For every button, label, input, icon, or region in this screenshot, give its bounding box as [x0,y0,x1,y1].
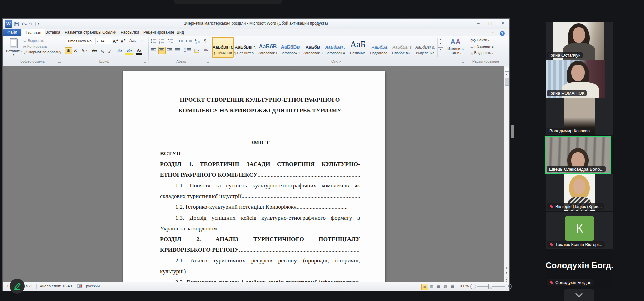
tab-review[interactable]: Рецензирование [141,29,176,36]
increase-indent-button[interactable] [186,38,193,44]
grow-font-button[interactable]: А▲ [113,38,118,44]
sort-button[interactable]: АЯ [195,38,201,44]
participant-tile-ostapchuk[interactable]: Ірина Остапчук [546,22,613,60]
proofing-icon[interactable] [77,284,82,289]
italic-button[interactable]: К [72,47,79,53]
bold-button[interactable]: Ж [65,47,72,54]
doc-line: складових туристичної індустрії.........… [160,191,360,201]
highlight-button[interactable]: ab▾ [125,47,133,55]
style-title[interactable]: АаБНазвание [347,37,369,58]
font-size-combo[interactable]: 14▾ [99,38,112,44]
zoom-out-button[interactable]: − [470,284,476,289]
line-spacing-button[interactable] [184,48,191,54]
align-center-button[interactable] [158,47,166,54]
word-count[interactable]: Число слов: 16 491 [40,284,74,288]
copy-button[interactable]: ⧉Копировать [23,44,47,49]
tab-file[interactable]: Файл [3,29,21,36]
multilevel-list-button[interactable] [168,38,174,44]
tab-home[interactable]: Главная [22,29,45,36]
style-emphasis[interactable]: АаБбВвГг,Выделение [414,37,436,58]
style-no-spacing[interactable]: АаБбВвГг,¶ Без интер... [234,37,256,58]
help-icon[interactable]: ? [500,31,505,36]
tab-view[interactable]: Вид [175,29,186,36]
browse-object-button[interactable]: ○ [504,276,509,278]
borders-button[interactable]: ⊞▾ [204,48,208,52]
ruler-toggle-icon[interactable] [505,68,509,72]
style-subtitle[interactable]: АаБбВв.Подзаголо... [369,37,391,58]
restore-button[interactable]: ▢ [488,21,492,26]
outline-view-button[interactable]: ▧ [442,284,449,289]
shrink-font-button[interactable]: А▼ [121,38,126,43]
change-case-button[interactable]: Аа▾ [129,38,136,43]
bullets-button[interactable] [150,38,157,44]
tab-page-layout[interactable]: Разметка страницы [63,29,103,36]
tab-insert[interactable]: Вставка [43,29,62,36]
clear-formatting-icon[interactable]: ⍻ [140,38,143,44]
styles-dialog-launcher[interactable] [462,60,464,63]
format-painter-button[interactable]: 🖌Формат по образцу [23,50,61,55]
participant-tile-kazakov[interactable]: Володимир Казаков [546,98,613,135]
styles-scroll-up[interactable]: ▲ [438,38,443,40]
find-button[interactable]: ⚲⚲Найти ▾ [470,38,490,43]
style-subtle-emphasis[interactable]: АаБбВвГг,Слабое вы... [392,37,414,58]
styles-gallery-expand[interactable]: ▼ [438,47,443,51]
participant-tile-romaniuk[interactable]: Ірина РОМАНЮК [546,60,613,98]
participant-tile-shvets[interactable]: Швець Олександра Воло... [545,136,611,174]
style-heading1[interactable]: АаБбВЗаголовок 1 [257,37,279,58]
pilcrow-button[interactable]: ¶ [204,38,206,43]
style-heading4[interactable]: АаБбВвГ.Заголовок 4 [324,37,346,58]
subscript-button[interactable]: x2 [99,47,106,53]
fullscreen-view-button[interactable]: ▥ [428,284,435,289]
tab-mailings[interactable]: Рассылки [119,29,141,36]
decrease-indent-button[interactable] [178,38,184,44]
font-color-button[interactable]: А▾ [136,47,142,55]
participant-tile-solodukhin[interactable]: Солодухін Богд... Солодухін Богдан [546,249,613,287]
style-heading2[interactable]: АаБбВвЗаголовок 2 [279,37,301,58]
participant-tile-tokaiuk[interactable]: К Токаюк Ксенія Вікторі... [546,212,613,249]
draft-view-button[interactable]: ▩ [449,284,456,289]
paste-button[interactable]: Вставить ▾ [6,38,21,59]
styles-scroll-down[interactable]: ▼ [438,42,443,45]
share-scrollbar-thumb[interactable] [511,125,514,138]
strikethrough-button[interactable]: abc [90,47,99,53]
align-left-button[interactable] [150,48,157,54]
close-button[interactable]: ✕ [501,21,505,26]
replace-button[interactable]: a⇄bЗаменить [470,44,494,49]
change-styles-button[interactable]: АА Изменить стили ▾ [446,38,465,55]
scroll-up-arrow[interactable]: ▲ [504,73,509,76]
shading-button[interactable]: ◫▾ [194,48,199,53]
clipboard-dialog-launcher[interactable] [58,60,61,63]
paste-icon [10,38,18,48]
scroll-down-arrow[interactable]: ▼ [504,267,509,270]
justify-button[interactable] [175,48,182,54]
zoom-slider-thumb[interactable] [488,284,492,289]
style-normal[interactable]: АаБбВвГг,¶ Обычный [212,37,234,58]
font-dialog-launcher[interactable] [144,60,146,63]
annotation-pencil-button[interactable] [10,279,25,294]
underline-button[interactable]: Ч [80,47,86,53]
web-layout-view-button[interactable]: ▦ [435,284,442,289]
underline-dropdown[interactable]: ▾ [86,49,87,52]
language-indicator[interactable]: русский [86,284,100,288]
style-heading3[interactable]: АаБбВЗаголовок 3 [302,37,324,58]
align-right-button[interactable] [167,48,174,54]
scrollbar-thumb[interactable] [505,78,509,86]
superscript-button[interactable]: x2 [107,47,113,53]
text-effects-button[interactable]: A▾ [117,47,123,53]
participant-tile-patsiuk[interactable]: Вікторія Пацюк (Крив... [546,174,613,211]
paragraph-dialog-launcher[interactable] [207,60,209,63]
minimize-button[interactable]: – [477,21,480,26]
font-family-combo[interactable]: Times New Ro▾ [66,38,99,44]
prev-page-button[interactable]: ▲▲ [504,271,509,275]
print-layout-view-button[interactable]: ▤ [421,284,428,290]
tab-references[interactable]: Ссылки [100,29,118,36]
participants-scroll-down-button[interactable] [564,289,594,301]
numbering-button[interactable]: 123 [159,38,166,44]
collapse-ribbon-icon[interactable]: ⌃ [492,32,494,35]
select-button[interactable]: △Выделить ▾ [470,51,493,56]
doc-line: 2.1. Аналіз туристичних ресурсів регіону… [160,255,360,266]
vertical-scrollbar[interactable]: ▲ ▼ ▲▲ ○ ▼▼ [504,66,509,282]
zoom-level[interactable]: 100% [459,284,469,288]
cut-button[interactable]: ✂Вырезать [23,39,44,44]
zoom-in-button[interactable]: + [506,284,512,289]
